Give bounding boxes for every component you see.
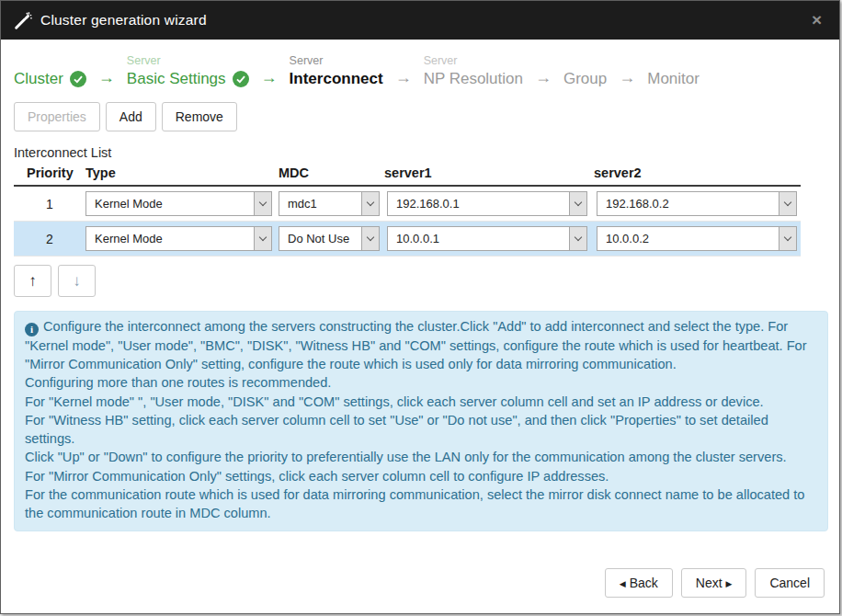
next-label: Next bbox=[696, 576, 723, 590]
check-icon bbox=[70, 71, 86, 87]
step-overline: Server bbox=[127, 54, 249, 67]
move-down-button[interactable]: ↓ bbox=[58, 265, 96, 297]
type-select[interactable]: Kernel Mode bbox=[85, 191, 272, 216]
info-text: Configure the interconnect among the ser… bbox=[25, 319, 807, 520]
reorder-controls: ↑ ↓ bbox=[14, 265, 826, 297]
chevron-down-icon bbox=[569, 192, 586, 215]
chevron-down-icon bbox=[361, 227, 379, 250]
footer-bar: ◀ Back Next ▶ Cancel bbox=[1, 562, 839, 613]
back-label: Back bbox=[630, 576, 658, 590]
down-arrow-icon: ↓ bbox=[73, 272, 81, 290]
step-monitor: Monitor bbox=[647, 70, 700, 88]
step-label: Monitor bbox=[647, 70, 700, 88]
table-row-selected[interactable]: 2 Kernel Mode Do Not Use 10.0.0.1 10.0.0… bbox=[14, 222, 801, 257]
server2-select[interactable]: 10.0.0.2 bbox=[597, 226, 797, 251]
column-header-priority: Priority bbox=[14, 165, 85, 180]
interconnect-list-caption: Interconnect List bbox=[14, 145, 826, 160]
back-button[interactable]: ◀ Back bbox=[605, 568, 673, 598]
selected-value: Kernel Mode bbox=[86, 192, 254, 215]
step-label: Basic Settings bbox=[127, 70, 226, 88]
step-interconnect: Server Interconnect bbox=[290, 54, 383, 88]
server1-select[interactable]: 192.168.0.1 bbox=[387, 191, 587, 216]
step-label: Interconnect bbox=[290, 70, 383, 88]
step-overline: Server bbox=[424, 54, 523, 67]
cluster-generation-wizard-dialog: Cluster generation wizard × Cluster → Se… bbox=[0, 0, 840, 614]
chevron-down-icon bbox=[254, 227, 271, 250]
dialog-title: Cluster generation wizard bbox=[40, 12, 207, 29]
dialog-body: Cluster → Server Basic Settings → Server… bbox=[1, 40, 839, 562]
priority-value: 1 bbox=[14, 197, 85, 211]
step-arrow-icon: → bbox=[535, 68, 552, 88]
next-triangle-icon: ▶ bbox=[725, 579, 732, 588]
step-label: NP Resolution bbox=[424, 70, 523, 88]
column-header-server1: server1 bbox=[384, 165, 594, 180]
selected-value: mdc1 bbox=[279, 192, 361, 215]
table-row[interactable]: 1 Kernel Mode mdc1 192.168.0.1 192.168.0… bbox=[14, 187, 801, 222]
chevron-down-icon bbox=[254, 192, 271, 215]
chevron-down-icon bbox=[569, 227, 586, 250]
step-arrow-icon: → bbox=[619, 68, 635, 88]
step-label: Group bbox=[563, 70, 607, 88]
remove-button[interactable]: Remove bbox=[162, 102, 237, 131]
back-triangle-icon: ◀ bbox=[620, 579, 626, 588]
step-group: Group bbox=[563, 70, 607, 88]
server1-select[interactable]: 10.0.0.1 bbox=[387, 226, 587, 251]
properties-button[interactable]: Properties bbox=[14, 102, 100, 131]
table-header-row: Priority Type MDC server1 server2 bbox=[14, 165, 801, 187]
priority-value: 2 bbox=[14, 232, 85, 246]
server2-select[interactable]: 192.168.0.2 bbox=[597, 191, 797, 216]
selected-value: 192.168.0.2 bbox=[597, 192, 779, 215]
step-np-resolution: Server NP Resolution bbox=[424, 54, 523, 88]
selected-value: 192.168.0.1 bbox=[388, 192, 569, 215]
column-header-server2: server2 bbox=[594, 165, 794, 180]
mdc-select[interactable]: mdc1 bbox=[279, 191, 380, 216]
title-bar: Cluster generation wizard × bbox=[1, 1, 839, 40]
cancel-button[interactable]: Cancel bbox=[755, 568, 825, 598]
chevron-down-icon bbox=[779, 227, 796, 250]
step-arrow-icon: → bbox=[98, 68, 115, 88]
move-up-button[interactable]: ↑ bbox=[14, 265, 51, 297]
type-select[interactable]: Kernel Mode bbox=[85, 226, 272, 251]
step-arrow-icon: → bbox=[261, 68, 278, 88]
column-header-type: Type bbox=[85, 165, 279, 180]
selected-value: Kernel Mode bbox=[86, 227, 254, 250]
add-button[interactable]: Add bbox=[106, 102, 156, 131]
step-label: Cluster bbox=[14, 70, 63, 88]
interconnect-table: Priority Type MDC server1 server2 1 Kern… bbox=[14, 165, 801, 257]
mdc-select[interactable]: Do Not Use bbox=[279, 226, 380, 251]
step-basic-settings[interactable]: Server Basic Settings bbox=[127, 54, 249, 88]
column-header-mdc: MDC bbox=[279, 165, 384, 180]
wizard-steps: Cluster → Server Basic Settings → Server… bbox=[14, 54, 826, 88]
step-arrow-icon: → bbox=[395, 68, 412, 88]
chevron-down-icon bbox=[779, 192, 796, 215]
close-icon[interactable]: × bbox=[806, 10, 827, 30]
magic-wand-icon bbox=[13, 10, 33, 30]
up-arrow-icon: ↑ bbox=[28, 272, 37, 290]
selected-value: Do Not Use bbox=[279, 227, 361, 250]
next-button[interactable]: Next ▶ bbox=[681, 568, 747, 598]
selected-value: 10.0.0.1 bbox=[388, 227, 569, 250]
chevron-down-icon bbox=[361, 192, 379, 215]
info-panel: iConfigure the interconnect among the se… bbox=[14, 311, 828, 531]
info-icon: i bbox=[25, 323, 39, 337]
selected-value: 10.0.0.2 bbox=[597, 227, 779, 250]
check-icon bbox=[233, 71, 249, 87]
step-cluster[interactable]: Cluster bbox=[14, 70, 86, 88]
toolbar: Properties Add Remove bbox=[14, 102, 826, 131]
step-overline: Server bbox=[290, 54, 383, 67]
